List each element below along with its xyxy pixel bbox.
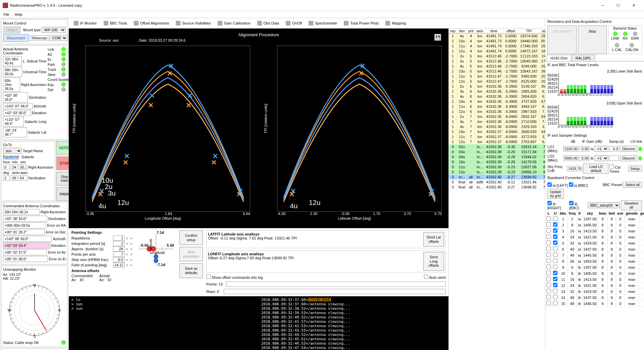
table-row[interactable]: 13u7lon41552.36-8.09002710.5007.676 [449, 119, 545, 124]
bcc-row[interactable]: 532ia1429.50880man00 [545, 240, 644, 246]
bcc-l-cb[interactable] [546, 265, 551, 269]
table-row[interactable]: 112u6lon41532.36-5.39002987.8337.312 [449, 109, 545, 114]
table-row[interactable]: 0m...alllo...41552.40-0.2713698.827.651 [449, 175, 545, 180]
bcc-row[interactable]: 748ia1445.50880man00 [545, 252, 644, 258]
target-select[interactable]: sun [3, 148, 22, 154]
ra-min[interactable] [11, 165, 17, 170]
minimize-button[interactable]: ─ [595, 1, 610, 9]
toolbar-total power plots[interactable]: Total Power Plots [341, 19, 382, 27]
bcc-header[interactable]: bwl [607, 211, 616, 216]
ps-input[interactable] [113, 246, 124, 252]
bcc-l-cb[interactable] [546, 228, 551, 233]
table-row[interactable]: 14u4lon41491.730.000018374.50028.330 [449, 34, 545, 39]
table-row[interactable]: 12u6lon41532.36-5.39003139.16735.489 [449, 84, 545, 89]
data-col-TPI[interactable]: TPI [519, 29, 539, 34]
com-port-select[interactable]: COM3 [49, 35, 67, 41]
terminal-right[interactable]: 2018.086.09:32:37.60>/lst/22 38 17.4 201… [259, 296, 448, 350]
rx-disconnect-button[interactable]: Disconnect [547, 26, 577, 54]
data-col-pnt[interactable]: pnt [467, 29, 475, 34]
bcc-header[interactable]: gmode [625, 211, 639, 216]
bcc-u-cb[interactable] [553, 289, 557, 293]
bcc-u-cb[interactable] [553, 271, 557, 275]
bcc-u-cb[interactable] [553, 234, 557, 239]
table-row[interactable]: 14u6lon41532.36-5.39002604.8336.309 [449, 94, 545, 99]
table-row[interactable]: 12u7lon41552.35-8.09002832.16759.513 [449, 114, 545, 119]
lo1-input[interactable] [563, 146, 579, 151]
ps-arrows[interactable]: < > [126, 252, 132, 257]
ps-arrows[interactable]: < > [126, 263, 132, 267]
table-row[interactable]: 112u7lon41552.37-8.09002703.6676.650 [449, 139, 545, 144]
toolbar-obs data[interactable]: Obs Data [254, 19, 282, 27]
close-button[interactable]: ✕ [626, 1, 641, 9]
table-row[interactable]: 004ulo...41552.38-0.2813344.027.2439... [449, 155, 545, 160]
bcc-l-cb[interactable] [546, 277, 551, 281]
bcc-l-cb[interactable] [546, 247, 551, 251]
bcc-row[interactable]: 640ia1437.50880man00 [545, 246, 644, 252]
table-row[interactable]: 0finalalllatfit41552.40-0.1113321.467.61… [449, 180, 545, 185]
ps-input[interactable] [113, 257, 124, 262]
bcc-u-cb[interactable] [553, 228, 557, 233]
lo2-input[interactable] [563, 156, 579, 161]
bcc-u-cb[interactable] [553, 247, 557, 251]
table-row[interactable]: 13u6lon41532.36-5.39002965.5008.362 [449, 89, 545, 94]
disconn-ib[interactable]: Disconn [620, 155, 637, 161]
bcc-u-cb[interactable] [553, 216, 557, 221]
ps-input[interactable] [113, 252, 124, 257]
bcc-l-cb[interactable] [546, 295, 551, 299]
bcc-table[interactable]: LUbbcfreqifskybwubwlavegmodegainugainl12… [545, 211, 644, 307]
table-row[interactable]: 112u5lon41512.47-2.70008125.00020.265 [449, 79, 545, 84]
bcc-u-cb[interactable] [553, 301, 557, 305]
samp-ia[interactable] [609, 146, 619, 151]
samp-ib[interactable] [609, 156, 619, 161]
send-lat-button[interactable]: Send Lat offsets [423, 232, 444, 247]
ib-gain-select[interactable]: +12 [594, 155, 608, 161]
bcc-row[interactable]: 108ib1405.50880man00 [545, 270, 644, 276]
maximize-button[interactable]: ☐ [610, 1, 626, 9]
ia-bbc-cb[interactable]: ia [BBC] [569, 182, 588, 187]
bcc-header[interactable]: sky [582, 211, 598, 216]
ps-input[interactable] [113, 241, 124, 246]
bcc-l-cb[interactable] [546, 253, 551, 257]
bcc-u-cb[interactable] [553, 259, 557, 263]
menu-help[interactable]: Help [15, 12, 22, 16]
bcc-row[interactable]: 1224ib1421.50880man00 [545, 282, 644, 289]
bcc-u-cb[interactable] [553, 295, 557, 299]
ps-arrows[interactable]: < > [126, 236, 132, 240]
skyfreq-input[interactable] [567, 166, 582, 171]
bcc-u-cb[interactable] [553, 265, 557, 269]
table-row[interactable]: 111u4lon41491.740.000017340.33326.550 [449, 44, 545, 49]
table-row[interactable]: 002ulo...41552.38-0.3015915.247.2944... [449, 144, 545, 149]
ps-arrows[interactable]: < > [126, 242, 132, 246]
bcc-l-cb[interactable] [546, 289, 551, 293]
mount-type-select[interactable]: WP-100 [42, 27, 66, 33]
stop-track-button[interactable]: Stop track [56, 172, 69, 185]
ps-arrows[interactable]: < > [126, 258, 132, 262]
ps-input[interactable] [113, 235, 124, 241]
toolbar-gain calibration[interactable]: Gain Calibration [215, 19, 254, 27]
toolbar-spectrometer[interactable]: Spectrometer [306, 19, 340, 27]
bcc-row[interactable]: 424ia1421.50880man00 [545, 234, 644, 240]
bcc-l-cb[interactable] [546, 301, 551, 305]
table-row[interactable]: 112u4lon41491.740.000014972.16718.650 [449, 49, 545, 54]
bcc-header[interactable]: L [545, 211, 552, 216]
rx-stop-button[interactable]: Stop [578, 26, 607, 54]
table-row[interactable]: 111u5lon41512.47-2.70009360.50020.614 [449, 74, 545, 79]
table-row[interactable]: 110u5lon41512.46-2.700010543.16739.427 [449, 69, 545, 74]
send-long-button[interactable]: Send Long offsets [423, 252, 444, 271]
ib-right-cb[interactable]: ib [RIGHT] [547, 201, 568, 210]
ra-sec[interactable] [18, 165, 27, 170]
setup-button[interactable]: Setup [628, 166, 642, 172]
data-col-dev[interactable]: dev [457, 29, 467, 34]
toolbar-mapping[interactable]: Mapping [382, 19, 409, 27]
toolbar-if monitor[interactable]: IF Monitor [71, 19, 100, 27]
toolbar-source visibilities[interactable]: Source Visibilities [173, 19, 214, 27]
table-row[interactable]: 14u7lon41552.36-8.09002329.3333.496 [449, 124, 545, 129]
bcc-header[interactable]: U [552, 211, 559, 216]
tab-equatorial[interactable]: Equatorial [3, 155, 19, 159]
tab-h142[interactable]: H142-One [547, 55, 571, 61]
bcc-header[interactable]: ave [616, 211, 625, 216]
bcc-l-cb[interactable] [546, 271, 551, 275]
dec-deg[interactable] [3, 175, 10, 181]
ia-gain-select[interactable]: +12 [594, 146, 608, 152]
bcc-u-cb[interactable] [553, 277, 557, 281]
